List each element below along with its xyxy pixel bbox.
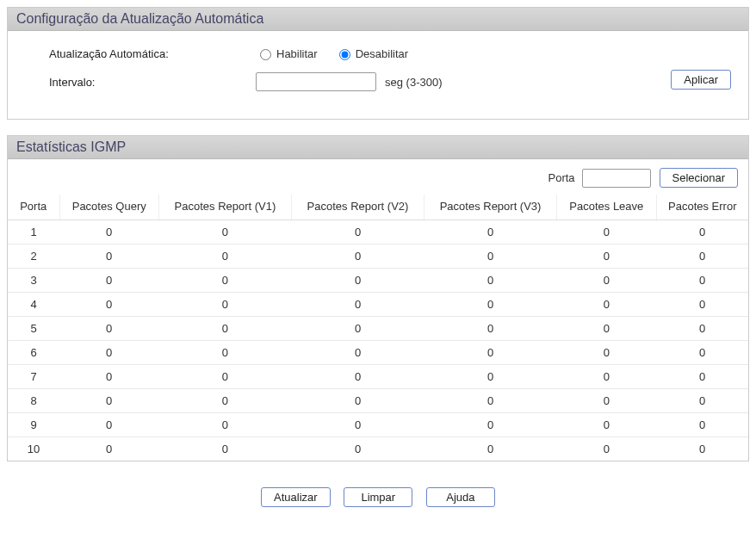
table-cell: 0: [158, 436, 291, 461]
table-cell: 5: [8, 316, 59, 340]
table-cell: 0: [291, 316, 424, 340]
table-cell: 0: [557, 220, 656, 244]
table-cell: 0: [59, 292, 158, 316]
radio-enable-label: Habilitar: [276, 47, 318, 60]
table-cell: 0: [291, 292, 424, 316]
table-cell: 0: [424, 364, 557, 388]
table-cell: 0: [557, 412, 656, 436]
table-cell: 0: [557, 244, 656, 268]
col-report-v3-header: Pacotes Report (V3): [424, 195, 557, 220]
port-filter-input[interactable]: [582, 169, 651, 188]
table-cell: 0: [158, 220, 291, 244]
table-cell: 0: [656, 364, 748, 388]
table-header-row: Porta Pacotes Query Pacotes Report (V1) …: [8, 195, 748, 220]
table-row: 8000000: [8, 388, 748, 412]
table-cell: 0: [59, 220, 158, 244]
table-cell: 0: [59, 388, 158, 412]
table-cell: 1: [8, 220, 59, 244]
table-cell: 4: [8, 292, 59, 316]
table-cell: 0: [557, 316, 656, 340]
auto-update-config-panel: Configuração da Atualização Automática A…: [7, 7, 749, 120]
filter-row: Porta Selecionar: [8, 159, 748, 195]
table-cell: 0: [424, 244, 557, 268]
table-cell: 0: [59, 364, 158, 388]
table-cell: 0: [158, 292, 291, 316]
table-cell: 0: [656, 388, 748, 412]
table-cell: 0: [424, 340, 557, 364]
apply-button[interactable]: Aplicar: [671, 70, 731, 90]
table-row: 3000000: [8, 268, 748, 292]
table-cell: 0: [656, 268, 748, 292]
igmp-stats-table: Porta Pacotes Query Pacotes Report (V1) …: [8, 195, 748, 461]
filter-label: Porta: [548, 171, 574, 184]
table-cell: 0: [158, 316, 291, 340]
table-row: 6000000: [8, 340, 748, 364]
config-row-auto-update: Atualização Automática: Habilitar Desabi…: [49, 46, 714, 60]
radio-disable[interactable]: [339, 49, 350, 60]
table-cell: 0: [291, 364, 424, 388]
interval-input[interactable]: [256, 72, 376, 91]
table-row: 5000000: [8, 316, 748, 340]
interval-label: Intervalo:: [49, 76, 256, 89]
table-row: 4000000: [8, 292, 748, 316]
radio-disable-item[interactable]: Desabilitar: [335, 46, 408, 60]
table-cell: 3: [8, 268, 59, 292]
table-row: 7000000: [8, 364, 748, 388]
col-report-v2-header: Pacotes Report (V2): [291, 195, 424, 220]
table-cell: 0: [158, 388, 291, 412]
auto-update-radio-group: Habilitar Desabilitar: [256, 46, 425, 60]
table-cell: 0: [424, 316, 557, 340]
apply-section: Aplicar: [671, 70, 731, 90]
refresh-button[interactable]: Atualizar: [261, 487, 331, 507]
table-row: 10000000: [8, 436, 748, 461]
table-cell: 0: [59, 340, 158, 364]
igmp-stats-panel: Estatísticas IGMP Porta Selecionar Porta…: [7, 135, 749, 461]
table-cell: 0: [291, 412, 424, 436]
table-cell: 0: [59, 412, 158, 436]
table-cell: 0: [557, 436, 656, 461]
table-cell: 7: [8, 364, 59, 388]
config-panel-title: Configuração da Atualização Automática: [8, 7, 748, 31]
table-cell: 0: [557, 364, 656, 388]
table-cell: 0: [424, 388, 557, 412]
table-cell: 0: [424, 436, 557, 461]
table-cell: 0: [291, 220, 424, 244]
clear-button[interactable]: Limpar: [344, 487, 412, 507]
table-cell: 9: [8, 412, 59, 436]
table-cell: 0: [424, 412, 557, 436]
radio-disable-label: Desabilitar: [356, 47, 408, 60]
table-cell: 0: [557, 388, 656, 412]
table-cell: 0: [557, 268, 656, 292]
table-cell: 0: [158, 268, 291, 292]
table-cell: 0: [59, 244, 158, 268]
table-row: 9000000: [8, 412, 748, 436]
config-row-interval: Intervalo: seg (3-300): [49, 72, 714, 91]
table-cell: 0: [59, 436, 158, 461]
action-row: Atualizar Limpar Ajuda: [7, 477, 749, 511]
table-cell: 10: [8, 436, 59, 461]
interval-suffix: seg (3-300): [385, 76, 442, 89]
table-cell: 6: [8, 340, 59, 364]
table-cell: 0: [656, 412, 748, 436]
radio-enable[interactable]: [260, 49, 271, 60]
table-cell: 0: [291, 244, 424, 268]
table-row: 2000000: [8, 244, 748, 268]
auto-update-label: Atualização Automática:: [49, 47, 256, 60]
table-cell: 0: [656, 340, 748, 364]
table-cell: 0: [557, 292, 656, 316]
table-cell: 0: [59, 268, 158, 292]
table-cell: 0: [291, 388, 424, 412]
table-cell: 0: [656, 436, 748, 461]
table-cell: 0: [291, 268, 424, 292]
table-cell: 0: [656, 316, 748, 340]
col-leave-header: Pacotes Leave: [557, 195, 656, 220]
stats-panel-title: Estatísticas IGMP: [8, 135, 748, 159]
table-cell: 0: [656, 220, 748, 244]
radio-enable-item[interactable]: Habilitar: [256, 46, 318, 60]
table-cell: 0: [557, 340, 656, 364]
help-button[interactable]: Ajuda: [426, 487, 495, 507]
table-cell: 0: [656, 292, 748, 316]
select-button[interactable]: Selecionar: [660, 168, 738, 188]
table-cell: 0: [158, 412, 291, 436]
col-report-v1-header: Pacotes Report (V1): [158, 195, 291, 220]
